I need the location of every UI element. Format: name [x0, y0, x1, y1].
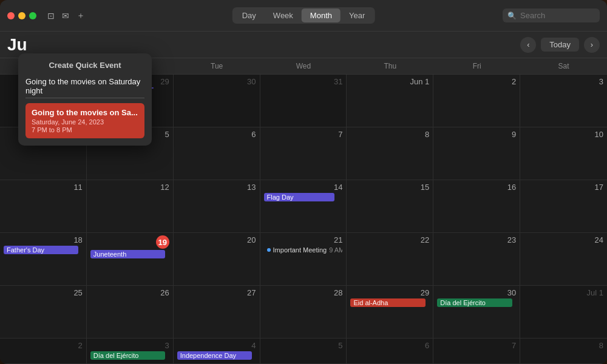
date-number: 10: [524, 130, 603, 139]
calendar-cell[interactable]: 21Important Meeting9 AM: [260, 233, 347, 285]
day-header-tue: Tue: [174, 58, 260, 74]
date-number: 15: [350, 183, 429, 192]
event-bar[interactable]: Juneteenth: [90, 250, 165, 258]
date-number: 24: [524, 235, 603, 244]
maximize-button[interactable]: [29, 12, 36, 19]
calendar-cell[interactable]: 18Father's Day: [0, 233, 87, 285]
calendar-cell[interactable]: 22: [347, 233, 433, 285]
calendar-cell[interactable]: 28: [260, 286, 347, 338]
prev-month-button[interactable]: ‹: [520, 37, 536, 53]
minimize-button[interactable]: [18, 12, 25, 19]
date-number: 17: [524, 183, 603, 192]
calendar-cell[interactable]: 29Eid al-Adha: [347, 286, 433, 338]
date-number: 21: [264, 235, 343, 244]
popup-title: Create Quick Event: [25, 61, 144, 70]
day-header-fri: Fri: [433, 58, 520, 74]
tab-week[interactable]: Week: [265, 8, 302, 22]
calendar-cell[interactable]: 5: [260, 339, 347, 363]
calendar-cell[interactable]: 20: [174, 233, 260, 285]
calendar-cell[interactable]: 16: [433, 180, 520, 232]
search-icon: 🔍: [507, 12, 517, 20]
search-input[interactable]: [520, 11, 595, 20]
date-number: 3: [524, 77, 603, 86]
tab-year[interactable]: Year: [341, 8, 373, 22]
popup-event-date: Saturday, June 24, 2023: [32, 118, 138, 126]
close-button[interactable]: [7, 12, 15, 19]
week-row-3: 18Father's Day19Juneteenth2021Important …: [0, 233, 607, 286]
event-bar[interactable]: Important Meeting9 AM: [264, 246, 343, 254]
event-bar[interactable]: Día del Ejército: [90, 351, 165, 360]
event-time: 9 AM: [329, 246, 342, 254]
sidebar-icon[interactable]: ⊡: [46, 10, 56, 22]
date-number: 27: [177, 288, 256, 297]
calendar-cell[interactable]: 9: [433, 127, 520, 180]
calendar-cell[interactable]: 2: [433, 75, 520, 127]
date-number: 31: [264, 77, 343, 86]
calendar-cell[interactable]: 4Independence Day: [174, 339, 260, 363]
date-number: 13: [177, 183, 256, 192]
day-header-sat: Sat: [520, 58, 607, 74]
date-number: 28: [264, 288, 343, 297]
calendar-cell[interactable]: 6: [174, 127, 260, 180]
calendar-cell[interactable]: 24: [520, 233, 607, 285]
date-number: 7: [264, 130, 343, 139]
calendar-cell[interactable]: 25: [0, 286, 87, 338]
calendar-cell[interactable]: 3: [520, 75, 607, 127]
date-number: 6: [350, 341, 429, 350]
popup-event-title: Going to the movies on Sa...: [32, 108, 138, 117]
calendar-cell[interactable]: 30: [174, 75, 260, 127]
calendar-cell[interactable]: 3Día del Ejército: [87, 339, 174, 363]
calendar-cell[interactable]: 14Flag Day: [260, 180, 347, 232]
date-number: 18: [4, 235, 83, 244]
calendar-cell[interactable]: 2: [0, 339, 87, 363]
calendar-cell[interactable]: 10: [520, 127, 607, 180]
calendar-cell[interactable]: 23: [433, 233, 520, 285]
tab-day[interactable]: Day: [234, 8, 265, 22]
date-number: 9: [437, 130, 516, 139]
date-number: 30: [437, 288, 516, 297]
popup-event-time: 7 PM to 8 PM: [32, 126, 138, 133]
event-bar[interactable]: Eid al-Adha: [350, 298, 425, 307]
calendar-cell[interactable]: 26: [87, 286, 174, 338]
date-number: 29: [350, 288, 429, 297]
event-bar[interactable]: Flag Day: [264, 193, 335, 201]
day-header-wed: Wed: [260, 58, 347, 74]
calendar-cell[interactable]: 17: [520, 180, 607, 232]
event-bar[interactable]: Día del Ejército: [437, 298, 512, 307]
mail-icon[interactable]: ✉: [61, 10, 70, 22]
today-button[interactable]: Today: [541, 38, 579, 52]
event-bar[interactable]: Independence Day: [177, 351, 252, 360]
calendar-cell[interactable]: Jul 1: [520, 286, 607, 338]
date-number: 2: [4, 341, 83, 350]
week-row-4: 2526272829Eid al-Adha30Día del EjércitoJ…: [0, 286, 607, 339]
calendar-cell[interactable]: 11: [0, 180, 87, 232]
add-event-icon[interactable]: ＋: [75, 9, 86, 22]
tab-month[interactable]: Month: [302, 8, 341, 22]
calendar-cell[interactable]: 27: [174, 286, 260, 338]
calendar-cell[interactable]: 30Día del Ejército: [433, 286, 520, 338]
search-bar: 🔍: [503, 8, 600, 22]
popup-input-text[interactable]: Going to the movies on Saturday night: [25, 75, 144, 98]
calendar-cell[interactable]: 13: [174, 180, 260, 232]
calendar-cell[interactable]: Jun 1: [347, 75, 433, 127]
popup-overlay: Create Quick Event Going to the movies o…: [18, 53, 152, 146]
date-number: 20: [177, 235, 256, 244]
calendar-cell[interactable]: 19Juneteenth: [87, 233, 174, 285]
calendar-cell[interactable]: 7: [433, 339, 520, 363]
calendar-cell[interactable]: 8: [347, 127, 433, 180]
calendar-cell[interactable]: 7: [260, 127, 347, 180]
event-bar[interactable]: Father's Day: [4, 246, 78, 254]
calendar-cell[interactable]: 8: [520, 339, 607, 363]
calendar-cell[interactable]: 15: [347, 180, 433, 232]
calendar-cell[interactable]: 31: [260, 75, 347, 127]
date-number: 19: [156, 235, 169, 249]
date-number: 12: [90, 183, 169, 192]
date-number: 16: [437, 183, 516, 192]
date-number: 2: [437, 77, 516, 86]
date-number: 5: [264, 341, 343, 350]
next-month-button[interactable]: ›: [584, 37, 600, 53]
calendar-cell[interactable]: 6: [347, 339, 433, 363]
calendar-cell[interactable]: 12: [87, 180, 174, 232]
date-number: 4: [177, 341, 256, 350]
popup-event-card[interactable]: Going to the movies on Sa... Saturday, J…: [25, 103, 144, 138]
